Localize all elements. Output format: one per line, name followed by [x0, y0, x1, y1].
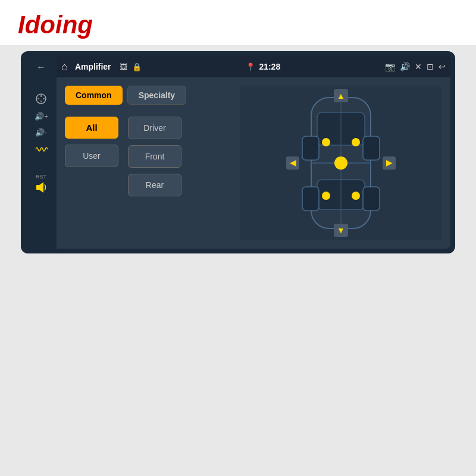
svg-rect-12 [363, 136, 380, 160]
controls-panel: Common Specialty All User [65, 86, 231, 240]
status-bar: ⌂ Amplifier 🖼 🔒 📍 21:28 📷 🔊 ✕ ⊡ [57, 56, 450, 77]
vol-down-icon[interactable]: 🔊- [35, 128, 47, 137]
svg-point-18 [352, 138, 360, 146]
close-status-icon[interactable]: ✕ [415, 62, 422, 71]
back-status-icon[interactable]: ↩ [439, 62, 446, 71]
lock-icon: 🔒 [132, 62, 142, 71]
svg-point-29 [334, 156, 347, 170]
car-panel: ▲ ▼ ◀ [240, 86, 442, 240]
tab-row: Common Specialty [65, 86, 231, 105]
back-arrow-icon[interactable]: ← [36, 62, 46, 73]
brand-title: Idoing [18, 11, 93, 39]
car-diagram: ▲ ▼ ◀ [281, 86, 400, 240]
tab-common[interactable]: Common [65, 86, 123, 105]
svg-rect-5 [36, 185, 39, 190]
car-svg: ▲ ▼ ◀ [281, 86, 400, 240]
svg-point-20 [352, 192, 360, 200]
svg-point-17 [322, 138, 330, 146]
speaker-status-icon[interactable]: 🔊 [400, 62, 410, 71]
device-left-sidebar: ← 🔊+ 🔊- [26, 56, 57, 249]
vol-up-icon[interactable]: 🔊+ [35, 112, 48, 121]
rst-label: RST [36, 174, 46, 180]
status-bar-center: 📍 21:28 [142, 62, 385, 71]
window-icon[interactable]: ⊡ [427, 62, 434, 71]
arrow-right-group: ▶ [383, 156, 396, 170]
svg-rect-14 [363, 187, 380, 211]
right-buttons: Driver Front Rear [128, 117, 181, 196]
front-button[interactable]: Front [128, 145, 181, 168]
image-icon: 🖼 [120, 62, 127, 71]
status-bar-right: 📷 🔊 ✕ ⊡ ↩ [385, 62, 446, 71]
content-area: Common Specialty All User [57, 77, 450, 249]
tuner-icon[interactable] [35, 93, 47, 105]
wave-icon[interactable] [35, 144, 48, 155]
driver-button[interactable]: Driver [128, 117, 181, 139]
status-bar-left: ⌂ Amplifier 🖼 🔒 [61, 61, 142, 73]
rear-button[interactable]: Rear [128, 174, 181, 196]
all-button[interactable]: All [65, 117, 118, 139]
location-icon: 📍 [246, 62, 255, 71]
home-icon[interactable]: ⌂ [61, 61, 68, 73]
camera-icon[interactable]: 📷 [385, 62, 395, 71]
arrow-up-group: ▲ [334, 89, 348, 102]
screen-bezel: ← 🔊+ 🔊- [26, 56, 450, 249]
status-time: 21:28 [259, 62, 280, 71]
svg-rect-13 [302, 187, 319, 211]
device-outer: ← 🔊+ 🔊- [21, 51, 455, 253]
tab-specialty[interactable]: Specialty [127, 86, 186, 105]
brand-header: Idoing [0, 0, 476, 45]
selection-area: All User Driver Front Rear [65, 117, 231, 196]
svg-text:▲: ▲ [337, 91, 345, 101]
svg-rect-11 [302, 136, 319, 160]
svg-text:▶: ▶ [386, 158, 393, 167]
screen-main: ⌂ Amplifier 🖼 🔒 📍 21:28 📷 🔊 ✕ ⊡ [57, 56, 450, 249]
svg-point-19 [322, 192, 330, 200]
svg-text:◀: ◀ [290, 158, 296, 167]
app-title: Amplifier [75, 62, 111, 71]
svg-text:▼: ▼ [337, 226, 345, 235]
svg-marker-6 [39, 182, 43, 193]
arrow-left-group: ◀ [286, 156, 299, 170]
user-button[interactable]: User [65, 145, 118, 167]
left-buttons: All User [65, 117, 118, 196]
arrow-down-group: ▼ [334, 224, 348, 237]
speaker-icon[interactable] [35, 181, 48, 194]
